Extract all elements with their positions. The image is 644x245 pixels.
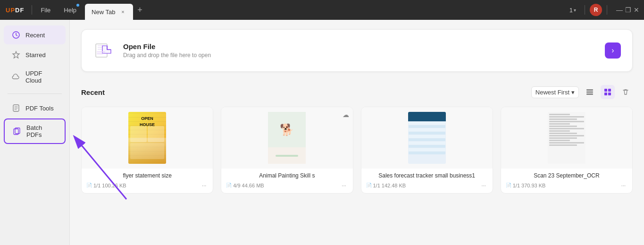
cloud-sync-icon: ☁: [343, 111, 349, 118]
file-meta-left: 📄 1/1 370.93 KB: [506, 183, 546, 188]
scan-line: [549, 114, 570, 115]
recent-controls: Newest First ▾: [531, 85, 633, 99]
scan-thumbnail: [548, 112, 585, 164]
file-meta: 📄 4/9 44.66 MB ···: [226, 182, 348, 189]
new-tab[interactable]: New Tab ×: [85, 4, 133, 20]
scan-line: [549, 116, 584, 118]
close-button[interactable]: ✕: [633, 6, 640, 14]
scan-line: [549, 140, 570, 141]
file-meta-left: 📄 1/1 100.26 KB: [86, 183, 126, 188]
recent-section-title: Recent: [81, 88, 105, 96]
menu-help[interactable]: Help: [57, 0, 83, 20]
svg-rect-15: [608, 93, 611, 95]
pdf-tools-icon: [11, 103, 21, 113]
spreadsheet-row: [409, 145, 445, 148]
animal-thumb-top: 🐕: [268, 112, 306, 147]
spreadsheet-row: [409, 122, 445, 125]
scan-line: [549, 126, 577, 127]
sidebar-item-cloud-label: UPDF Cloud: [25, 70, 58, 84]
sidebar-item-batch-pdfs[interactable]: Batch PDFs: [4, 118, 66, 144]
file-info: flyer statement size 📄 1/1 100.26 KB ···: [82, 169, 213, 193]
svg-marker-1: [13, 51, 19, 58]
file-thumbnail: OPEN HOUSE: [82, 107, 213, 169]
open-file-icon: [93, 39, 116, 62]
chevron-down-icon[interactable]: ▾: [574, 8, 576, 13]
spreadsheet-row: [409, 128, 445, 131]
file-grid: OPEN HOUSE flyer statement size: [81, 107, 633, 194]
svg-rect-11: [586, 93, 593, 95]
sidebar-item-pdf-tools[interactable]: PDF Tools: [4, 99, 66, 118]
file-pages: 1/1: [373, 183, 380, 188]
sort-select[interactable]: Newest First ▾: [531, 86, 579, 98]
file-pages: 4/9: [233, 183, 240, 188]
file-meta: 📄 1/1 100.26 KB ···: [86, 182, 208, 189]
grid-view-button[interactable]: [601, 85, 615, 99]
titlebar-separator: [585, 5, 585, 15]
file-card[interactable]: Scan 23 September_OCR 📄 1/1 370.93 KB ··…: [501, 107, 633, 194]
file-more-button[interactable]: ···: [340, 182, 348, 189]
svg-rect-10: [586, 92, 593, 93]
menu-file[interactable]: File: [34, 0, 57, 20]
list-view-button[interactable]: [583, 85, 597, 99]
spreadsheet-row: [409, 135, 445, 138]
file-more-button[interactable]: ···: [480, 182, 488, 189]
spreadsheet-thumbnail: [408, 112, 446, 164]
file-pages: 1/1: [93, 183, 100, 188]
sidebar-item-starred-label: Starred: [25, 51, 46, 59]
animal-thumbnail: 🐕: [268, 112, 306, 164]
logo-df: DF: [15, 7, 24, 14]
sort-arrow-icon: ▾: [571, 89, 575, 96]
minimize-button[interactable]: —: [616, 6, 623, 14]
scan-line: [549, 123, 570, 125]
file-info: Animal Painting Skill s 📄 4/9 44.66 MB ·…: [221, 169, 352, 193]
spreadsheet-row: [409, 148, 445, 151]
titlebar-menu: File Help: [34, 0, 83, 20]
tab-label: New Tab: [92, 8, 115, 16]
file-card[interactable]: OPEN HOUSE flyer statement size: [81, 107, 213, 194]
open-file-button[interactable]: ›: [605, 42, 621, 59]
svg-rect-8: [97, 53, 103, 54]
scan-line: [549, 133, 577, 134]
spreadsheet-row: [409, 152, 445, 154]
new-tab-button[interactable]: +: [133, 3, 146, 17]
file-meta-left: 📄 4/9 44.66 MB: [226, 183, 264, 188]
page-icon: 📄: [366, 183, 372, 188]
logo-up: UP: [6, 7, 15, 14]
page-icon: 📄: [86, 183, 92, 188]
file-thumbnail: 🐕 ☁: [221, 107, 352, 169]
sidebar-item-cloud[interactable]: UPDF Cloud: [4, 65, 66, 89]
scan-line: [549, 118, 577, 120]
page-icon: 📄: [506, 183, 511, 188]
scan-rows: [548, 112, 585, 164]
maximize-button[interactable]: ❐: [624, 6, 632, 14]
scan-line: [549, 128, 584, 129]
flyer-thumbnail: OPEN HOUSE: [128, 112, 166, 164]
svg-rect-12: [604, 89, 607, 92]
delete-button[interactable]: [619, 85, 633, 99]
avatar[interactable]: R: [590, 4, 602, 16]
file-more-button[interactable]: ···: [200, 182, 208, 189]
spreadsheet-rows: [408, 121, 446, 155]
file-info: Sales forecast tracker small business1 📄…: [361, 169, 493, 193]
file-size: 44.66 MB: [242, 183, 264, 188]
main-area: Recent Starred UPDF Cloud: [0, 20, 644, 245]
file-name: flyer statement size: [86, 172, 208, 180]
sidebar-item-recent[interactable]: Recent: [4, 25, 66, 44]
file-card[interactable]: Sales forecast tracker small business1 📄…: [361, 107, 493, 194]
svg-rect-7: [97, 51, 105, 52]
titlebar-separator2: [607, 5, 607, 15]
scan-line: [549, 137, 577, 139]
tab-close-button[interactable]: ×: [119, 8, 126, 16]
file-card[interactable]: 🐕 ☁ Animal Painting Skill s 📄 4/9 44.66 …: [221, 107, 353, 194]
file-size: 100.26 KB: [102, 183, 126, 188]
svg-rect-13: [608, 89, 611, 92]
file-meta-left: 📄 1/1 142.48 KB: [366, 183, 406, 188]
file-more-button[interactable]: ···: [619, 182, 627, 189]
app-logo[interactable]: UP DF: [0, 7, 30, 14]
file-thumbnail: [501, 107, 632, 169]
window-controls: — ❐ ✕: [612, 6, 640, 14]
recent-icon: [11, 30, 21, 40]
file-meta: 📄 1/1 142.48 KB ···: [366, 182, 488, 189]
sidebar-item-starred[interactable]: Starred: [4, 45, 66, 64]
spreadsheet-row: [409, 132, 445, 135]
